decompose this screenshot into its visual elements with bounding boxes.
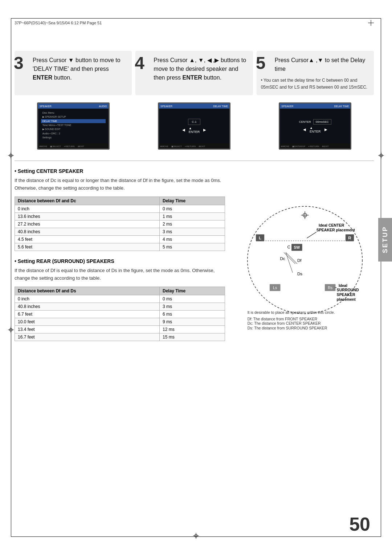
distance-cell: 0 inch — [15, 205, 160, 212]
page-number: 50 — [349, 513, 370, 535]
step-5-note: • You can set the delay time for C betwe… — [261, 77, 369, 91]
table-row: 0 inch0 ms — [15, 295, 225, 303]
screen-row: SPEAKER AUDIO Disc Menu ▶ SPEAKER SETUP … — [15, 102, 374, 150]
screen-2: SPEAKER DELAY TIME C-1 ◀ ▲ENTER ▶ ⊕MOVE — [158, 102, 230, 150]
delay-cell: 1 ms — [160, 212, 225, 220]
step-4-number: 4 — [135, 54, 144, 72]
svg-line-14 — [286, 252, 293, 273]
step-4-text: Press Cursor ▲, ▼, ◀ ,▶ buttons to move … — [154, 56, 248, 82]
right-crosshair-top — [378, 153, 384, 159]
screen-2-top-left: SPEAKER — [160, 105, 172, 108]
menu-row-sound: ▶ SOUND EDIT — [41, 127, 106, 131]
header-crosshair — [368, 20, 374, 26]
step-3-block: 3 Press Cursor ▼ button to move to 'DELA… — [15, 51, 132, 95]
distance-cell: 10.0 feet — [15, 318, 160, 325]
bottom-crosshair — [193, 533, 199, 540]
screen-1-return: ↩RETURN — [64, 145, 75, 147]
table-row: 13.4 feet12 ms — [15, 325, 225, 333]
screen-2-topbar: SPEAKER DELAY TIME — [159, 104, 229, 109]
center-speaker-body: If the distance of Dc is equal to or lon… — [15, 177, 225, 192]
svg-text:It is desirable to place all s: It is desirable to place all speakers wi… — [248, 310, 335, 315]
delay-cell: 12 ms — [160, 325, 225, 333]
distance-cell: 40.8 inches — [15, 303, 160, 310]
step-4-block: 4 Press Cursor ▲, ▼, ◀ ,▶ buttons to mov… — [135, 51, 253, 95]
svg-line-12 — [286, 252, 297, 264]
rear-speaker-title: • Setting REAR (SURROUND) SPEAKERS — [15, 258, 225, 264]
menu-row-drc: Audio • DRC : 2 — [41, 131, 106, 135]
nav3-right: ▶ — [324, 127, 327, 131]
delay-cell: 15 ms — [160, 333, 225, 341]
screen-3-top-right: DELAY TIME — [334, 105, 349, 108]
table-row: 0 inch0 ms — [15, 205, 225, 212]
step-3-number: 3 — [14, 54, 24, 72]
screen-1-top-right: AUDIO — [99, 105, 107, 108]
header-text: 37P~66P(DS140)~Sea 9/15/04 6:12 PM Page … — [15, 21, 364, 25]
table-row: 4.5 feet4 ms — [15, 235, 225, 243]
svg-text:Df: Df — [297, 258, 302, 263]
section-divider — [15, 161, 374, 161]
screen-3-return: ↩RETURN — [308, 145, 319, 147]
svg-text:Ls: Ls — [273, 285, 277, 290]
svg-text:Rs: Rs — [328, 285, 332, 290]
svg-text:SURROUND: SURROUND — [337, 288, 359, 292]
table-row: 6.7 feet6 ms — [15, 310, 225, 318]
screen-3-body: CENTER 00msSEC ◀ ▲ENTER ▶ — [280, 109, 350, 143]
screen-1-menu: Disc Menu ▶ SPEAKER SETUP DELAY TIME Ton… — [38, 109, 109, 143]
screen-3-nav: ◀ ▲ENTER ▶ — [303, 126, 327, 133]
svg-text:L: L — [259, 235, 261, 240]
rear-speaker-table: Distance between Df and Ds Delay Time 0 … — [15, 287, 225, 341]
center-speaker-table: Distance between Df and Dc Delay Time 0 … — [15, 197, 225, 251]
svg-text:C: C — [287, 245, 290, 250]
distance-cell: 27.2 inches — [15, 220, 160, 228]
settings-left: • Setting CENTER SPEAKER If the distance… — [15, 168, 225, 348]
screen-2-container: SPEAKER DELAY TIME C-1 ◀ ▲ENTER ▶ ⊕MOVE — [135, 102, 253, 150]
screen-2-cbox: C-1 — [188, 119, 201, 125]
distance-cell: 40.8 inches — [15, 228, 160, 235]
screen-3-move: ⊕MOVE — [281, 145, 289, 147]
distance-cell: 0 inch — [15, 295, 160, 303]
screen-1-topbar: SPEAKER AUDIO — [38, 104, 109, 109]
menu-row-speaker: ▶ SPEAKER SETUP — [41, 115, 106, 119]
svg-text:Df: The distance from FRONT SP: Df: The distance from FRONT SPEAKER — [248, 317, 318, 321]
speaker-diagram: L R C SW Dc Df Ds — [236, 168, 374, 348]
setup-tab-text: SETUP — [381, 226, 389, 253]
svg-text:Dc: Dc — [280, 256, 285, 261]
menu-row-delay: DELAY TIME — [41, 119, 106, 123]
rear-table-header-1: Distance between Df and Ds — [15, 287, 160, 295]
svg-text:placement: placement — [337, 297, 356, 301]
screen-1-exit: ⊗EXIT — [78, 145, 84, 147]
table-row: 27.2 inches2 ms — [15, 220, 225, 228]
center-speaker-title: • Setting CENTER SPEAKER — [15, 168, 225, 174]
center-table-header-2: Delay Time — [160, 197, 225, 205]
screen-3-enter: ▣ENTER/UP — [292, 145, 305, 147]
svg-line-21 — [307, 232, 316, 238]
table-row: 40.8 inches3 ms — [15, 303, 225, 310]
menu-row-discmenu: Disc Menu — [41, 111, 106, 115]
screen-2-bottom: ⊕MOVE ▣SELECT ↩RETURN ⊗EXIT — [159, 143, 229, 149]
screen-3-center-label: CENTER — [299, 120, 311, 123]
svg-line-11 — [284, 252, 295, 264]
rear-speaker-body: If the distance of Df is equal to the di… — [15, 267, 225, 282]
nav3-left: ◀ — [303, 127, 306, 131]
table-row: 13.6 inches1 ms — [15, 212, 225, 220]
screen-2-return: ↩RETURN — [185, 145, 196, 147]
header: 37P~66P(DS140)~Sea 9/15/04 6:12 PM Page … — [15, 20, 377, 26]
screen-2-nav: ◀ ▲ENTER ▶ — [182, 126, 207, 134]
settings-right: L R C SW Dc Df Ds — [236, 168, 374, 348]
screen-3-center-row: CENTER 00msSEC — [299, 119, 331, 125]
distance-cell: 13.6 inches — [15, 212, 160, 220]
delay-cell: 3 ms — [160, 228, 225, 235]
screen-1-bottom: ⊕MOVE ▣SELECT ↩RETURN ⊗EXIT — [38, 143, 109, 149]
distance-cell: 16.7 feet — [15, 333, 160, 341]
table-row: 5.6 feet5 ms — [15, 243, 225, 251]
screen-3-bottom: ⊕MOVE ▣ENTER/UP ↩RETURN ⊗EXIT — [280, 143, 350, 149]
screen-3-exit: ⊗EXIT — [322, 145, 328, 147]
screen-3: SPEAKER DELAY TIME CENTER 00msSEC ◀ ▲ENT… — [279, 102, 351, 150]
delay-cell: 6 ms — [160, 310, 225, 318]
page-border-top — [11, 18, 381, 19]
screen-3-topbar: SPEAKER DELAY TIME — [280, 104, 350, 109]
nav-right: ▶ — [203, 128, 206, 132]
screen-1-top-left: SPEAKER — [40, 105, 52, 108]
page-border-right — [381, 18, 381, 537]
screen-3-value: 00msSEC — [313, 119, 331, 125]
